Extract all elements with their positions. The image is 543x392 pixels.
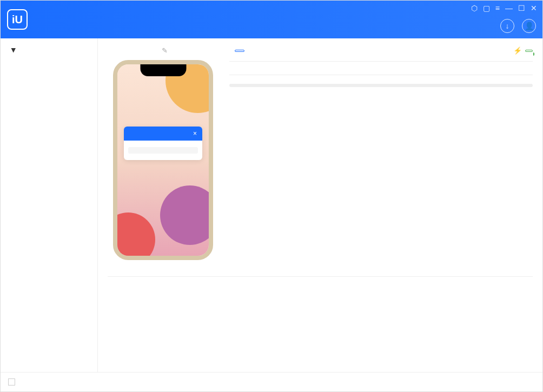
user-icon[interactable]: 👤	[522, 19, 536, 33]
minimize-icon[interactable]: —	[505, 4, 513, 12]
phone-preview-column: ✎ ×	[108, 46, 218, 271]
storage-text	[229, 75, 533, 84]
maximize-icon[interactable]: ☐	[518, 4, 525, 12]
window-controls: ⬡ ▢ ≡ — ☐ ✕	[471, 4, 537, 12]
recycle-card: ×	[124, 127, 202, 160]
titlebar: iU ⬡ ▢ ≡ — ☐ ✕ ↓ 👤	[1, 1, 542, 38]
action-grid	[108, 276, 533, 289]
sidebar-device-selector[interactable]: ▾	[1, 45, 97, 61]
download-icon[interactable]: ↓	[500, 19, 514, 33]
sidebar: ▾	[1, 38, 98, 372]
bolt-icon: ⚡	[513, 46, 522, 55]
phone-mockup: ×	[113, 60, 213, 260]
statusbar	[1, 372, 542, 391]
itunes-checkbox[interactable]	[8, 378, 15, 386]
feedback-icon[interactable]: ▢	[483, 4, 490, 12]
storage-badge	[235, 50, 244, 52]
device-info-column: ⚡	[229, 46, 533, 271]
logo: iU	[7, 9, 32, 30]
battery-level	[525, 50, 533, 52]
theme-icon[interactable]: ⬡	[471, 4, 478, 12]
main-content: ✎ ×	[98, 38, 542, 372]
phone-name[interactable]: ✎	[158, 46, 168, 55]
edit-icon[interactable]: ✎	[162, 46, 168, 55]
logo-icon: iU	[7, 9, 28, 30]
close-icon[interactable]: ✕	[531, 4, 537, 12]
menu-icon[interactable]: ≡	[495, 4, 500, 12]
close-icon[interactable]: ×	[193, 130, 197, 137]
chevron-down-icon: ▾	[11, 45, 16, 55]
header-actions: ↓ 👤	[500, 19, 536, 33]
